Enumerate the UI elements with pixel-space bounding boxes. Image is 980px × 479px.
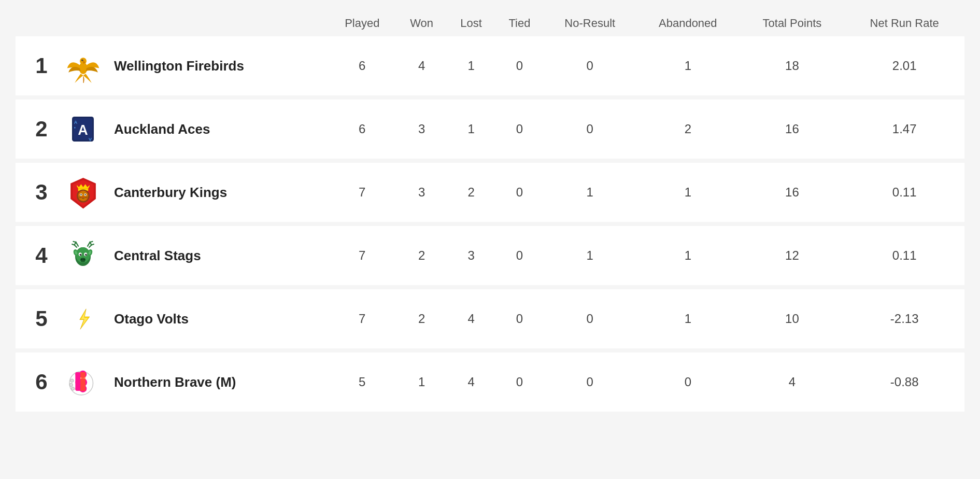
no-result-cell: 0	[544, 36, 636, 97]
auckland-logo: A ♠ A A	[67, 114, 98, 145]
table-row: 6 Northern Brave (M) 5 1 4 0 0 0 4 -0.88	[16, 350, 964, 414]
svg-point-42	[71, 387, 75, 390]
abandoned-cell: 0	[636, 350, 740, 414]
total-points-cell: 16	[740, 97, 844, 161]
lost-cell: 1	[447, 36, 495, 97]
svg-text:A: A	[74, 120, 78, 125]
no-result-cell: 0	[544, 350, 636, 414]
standings-table: Played Won Lost Tied No-Result Abandoned…	[16, 10, 964, 416]
rank-header	[16, 10, 57, 36]
total-points-cell: 10	[740, 287, 844, 350]
tied-cell: 0	[495, 97, 544, 161]
lost-cell: 2	[447, 161, 495, 224]
rank-cell: 2	[16, 97, 57, 161]
table-row: 1 Wellington Firebirds 6	[16, 36, 964, 97]
won-cell: 3	[396, 161, 447, 224]
svg-point-36	[81, 258, 82, 260]
abandoned-cell: 2	[636, 97, 740, 161]
won-cell: 1	[396, 350, 447, 414]
won-cell: 2	[396, 224, 447, 287]
abandoned-cell: 1	[636, 36, 740, 97]
won-cell: 3	[396, 97, 447, 161]
won-cell: 2	[396, 287, 447, 350]
svg-point-34	[86, 253, 87, 254]
net-run-rate-cell: -0.88	[844, 350, 964, 414]
lost-cell: 3	[447, 224, 495, 287]
rank-cell: 5	[16, 287, 57, 350]
played-cell: 7	[328, 161, 396, 224]
svg-point-18	[81, 196, 85, 198]
tied-cell: 0	[495, 224, 544, 287]
net-run-rate-cell: 0.11	[844, 161, 964, 224]
team-name-cell: Canterbury Kings	[109, 161, 328, 224]
svg-point-16	[84, 194, 86, 195]
total-points-cell: 12	[740, 224, 844, 287]
standings-table-container: Played Won Lost Tied No-Result Abandoned…	[0, 0, 980, 479]
abandoned-cell: 1	[636, 224, 740, 287]
svg-point-15	[80, 194, 81, 195]
table-row: 5 Otago Volts 7 2 4 0 0 1 10 -2.13	[16, 287, 964, 350]
team-name-cell: Northern Brave (M)	[109, 350, 328, 414]
no-result-cell: 0	[544, 97, 636, 161]
net-run-rate-cell: 1.47	[844, 97, 964, 161]
total-points-cell: 18	[740, 36, 844, 97]
logo-cell	[57, 350, 109, 414]
no-result-header: No-Result	[544, 10, 636, 36]
played-cell: 6	[328, 36, 396, 97]
rank-cell: 1	[16, 36, 57, 97]
no-result-cell: 1	[544, 224, 636, 287]
lost-cell: 1	[447, 97, 495, 161]
net-run-rate-header: Net Run Rate	[844, 10, 964, 36]
lost-cell: 4	[447, 287, 495, 350]
played-header: Played	[328, 10, 396, 36]
tied-header: Tied	[495, 10, 544, 36]
lost-header: Lost	[447, 10, 495, 36]
abandoned-cell: 1	[636, 161, 740, 224]
rank-cell: 6	[16, 350, 57, 414]
total-points-header: Total Points	[740, 10, 844, 36]
played-cell: 5	[328, 350, 396, 414]
table-row: 4 Central Stags 7	[16, 224, 964, 287]
won-cell: 4	[396, 36, 447, 97]
logo-cell: A ♠ A A	[57, 97, 109, 161]
total-points-cell: 4	[740, 350, 844, 414]
logo-cell	[57, 287, 109, 350]
played-cell: 6	[328, 97, 396, 161]
team-name-cell: Central Stags	[109, 224, 328, 287]
abandoned-header: Abandoned	[636, 10, 740, 36]
svg-text:A: A	[78, 122, 88, 138]
played-cell: 7	[328, 287, 396, 350]
won-header: Won	[396, 10, 447, 36]
northern-logo	[65, 365, 101, 399]
svg-point-31	[80, 253, 82, 256]
table-row: 2 A ♠ A A Auckland Aces 6 3 1 0 0 2 16 1…	[16, 97, 964, 161]
rank-cell: 4	[16, 224, 57, 287]
lost-cell: 4	[447, 350, 495, 414]
abandoned-cell: 1	[636, 287, 740, 350]
svg-point-43	[69, 383, 73, 387]
team-name-cell: Otago Volts	[109, 287, 328, 350]
logo-cell	[57, 161, 109, 224]
svg-rect-52	[80, 372, 86, 391]
table-row: 3 Canterbury Kings 7 3 2 0 1 1 16	[16, 161, 964, 224]
svg-point-44	[70, 379, 74, 383]
otago-logo	[72, 302, 95, 336]
no-result-cell: 1	[544, 161, 636, 224]
svg-point-4	[82, 60, 82, 60]
rank-cell: 3	[16, 161, 57, 224]
team-name-cell: Auckland Aces	[109, 97, 328, 161]
svg-point-3	[81, 59, 83, 61]
svg-point-12	[78, 191, 88, 201]
net-run-rate-cell: 0.11	[844, 224, 964, 287]
logo-header	[57, 10, 109, 36]
team-header	[109, 10, 328, 36]
total-points-cell: 16	[740, 161, 844, 224]
svg-point-32	[85, 253, 87, 256]
no-result-cell: 0	[544, 287, 636, 350]
tied-cell: 0	[495, 36, 544, 97]
net-run-rate-cell: -2.13	[844, 287, 964, 350]
tied-cell: 0	[495, 350, 544, 414]
team-name-cell: Wellington Firebirds	[109, 36, 328, 97]
canterbury-logo	[66, 176, 100, 209]
svg-text:A: A	[88, 137, 92, 142]
